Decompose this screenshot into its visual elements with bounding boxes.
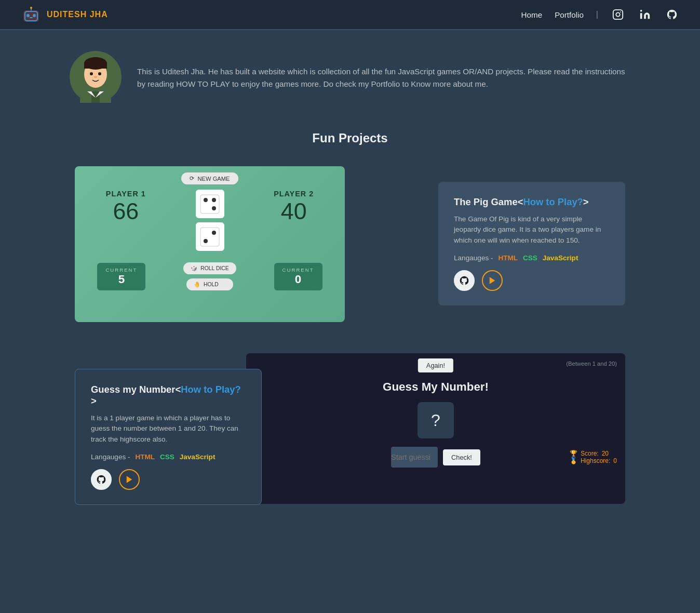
player2-current: CURRENT 0 [274, 263, 322, 290]
guess-game-card: Guess my Number<How to Play?> It is a 1 … [75, 353, 625, 505]
lang-js-2: JavaScript [180, 453, 216, 461]
guess-play-button[interactable] [119, 469, 140, 490]
svg-point-23 [204, 198, 208, 202]
hero-description: This is Uditesh Jha. He has built a webs… [137, 65, 630, 91]
guess-game-info: Guess my Number<How to Play?> It is a 1 … [75, 369, 262, 505]
pig-github-button[interactable] [454, 270, 475, 291]
svg-point-25 [212, 206, 216, 210]
player2: PLAYER 2 40 [274, 190, 314, 251]
svg-point-15 [90, 72, 93, 75]
guess-game-langs: Langauges - HTML CSS JavaScript [91, 453, 246, 461]
svg-point-17 [94, 76, 97, 78]
dice-2 [196, 222, 224, 251]
guess-game-title: Guess my Number<How to Play?> [91, 384, 246, 407]
pig-game-preview: ⟳ NEW GAME PLAYER 1 66 [75, 166, 345, 322]
projects-container: Fun Projects ⟳ NEW GAME PLAYER 1 66 [64, 131, 636, 505]
home-link[interactable]: Home [521, 10, 543, 19]
pig-game-description: The Game Of Pig is kind of a very simple… [454, 214, 610, 246]
dice-area [196, 190, 224, 251]
player2-score: 40 [274, 198, 314, 224]
svg-point-28 [212, 231, 216, 235]
guess-game-screenshot: Again! (Between 1 and 20) Guess My Numbe… [246, 353, 625, 504]
avatar-container [70, 51, 122, 105]
pig-play-button[interactable] [482, 270, 503, 291]
guess-number-display: ? [418, 402, 454, 438]
again-button[interactable]: Again! [418, 358, 453, 372]
svg-marker-30 [127, 476, 132, 483]
trophy-icon: 🏆 [570, 450, 577, 457]
guess-game-description: It is a 1 player game in which a player … [91, 413, 246, 445]
pig-bottom: CURRENT 5 🎲 ROLL DICE 🤚 HOLD [81, 262, 339, 290]
guess-github-button[interactable] [91, 469, 112, 490]
guess-game-preview: Again! (Between 1 and 20) Guess My Numbe… [246, 353, 625, 473]
svg-point-10 [640, 10, 642, 12]
svg-point-6 [30, 7, 32, 9]
guess-input[interactable] [391, 447, 438, 468]
svg-rect-19 [91, 91, 100, 103]
player1: PLAYER 1 66 [106, 190, 146, 251]
hero-section: This is Uditesh Jha. He has built a webs… [38, 30, 662, 126]
guess-title: Guess My Number! [254, 380, 617, 394]
player2-name: PLAYER 2 [274, 190, 314, 198]
nav-logo: UDITESH JHA [21, 4, 108, 25]
player1-score: 66 [106, 198, 146, 224]
new-game-button[interactable]: ⟳ NEW GAME [181, 172, 238, 184]
avatar [70, 51, 122, 103]
roll-dice-button[interactable]: 🎲 ROLL DICE [183, 262, 236, 274]
guess-game-links [91, 469, 246, 490]
svg-point-9 [620, 11, 621, 12]
github-icon[interactable] [665, 7, 679, 22]
pig-action-buttons: 🎲 ROLL DICE 🤚 HOLD [183, 262, 236, 290]
pig-game-links [454, 270, 610, 291]
nav-divider: | [596, 10, 598, 19]
svg-point-2 [26, 14, 30, 17]
nav-right: Home Portfolio | [521, 7, 679, 22]
svg-point-24 [212, 198, 216, 202]
guess-input-row: Check! [254, 447, 617, 468]
pig-game-title: The Pig Game<How to Play?> [454, 196, 610, 208]
pig-game-screenshot: ⟳ NEW GAME PLAYER 1 66 [75, 166, 345, 322]
guess-range: (Between 1 and 20) [566, 361, 617, 367]
navbar: UDITESH JHA Home Portfolio | [0, 0, 700, 29]
svg-rect-4 [30, 17, 33, 18]
svg-rect-14 [84, 63, 107, 69]
guess-stats: 🏆 Score: 20 🥇 Highscore: 0 [570, 450, 617, 464]
score-display: 🏆 Score: 20 [570, 450, 617, 457]
pig-how-to-play-link[interactable]: How to Play? [523, 196, 583, 207]
lang-css-2: CSS [160, 453, 174, 461]
player1-current: CURRENT 5 [97, 263, 145, 290]
highscore-display: 🥇 Highscore: 0 [570, 457, 617, 464]
svg-rect-26 [200, 228, 219, 246]
pig-game-card: ⟳ NEW GAME PLAYER 1 66 [75, 166, 625, 322]
lang-css: CSS [523, 254, 537, 262]
pig-players: PLAYER 1 66 [81, 190, 339, 251]
section-title: Fun Projects [75, 131, 625, 145]
svg-rect-22 [200, 195, 219, 214]
svg-point-8 [616, 12, 620, 16]
player1-name: PLAYER 1 [106, 190, 146, 198]
nav-brand: UDITESH JHA [47, 10, 108, 19]
hand-icon: 🤚 [194, 281, 200, 288]
svg-point-3 [33, 14, 36, 17]
linkedin-icon[interactable] [638, 7, 652, 22]
medal-icon: 🥇 [570, 457, 577, 464]
pig-game-langs: Langauges - HTML CSS JavaScript [454, 254, 610, 262]
svg-point-16 [98, 72, 101, 75]
svg-point-27 [204, 239, 208, 243]
lang-js: JavaScript [543, 254, 578, 262]
portfolio-link[interactable]: Portfolio [555, 10, 584, 19]
dice-icon: 🎲 [191, 265, 197, 272]
hold-button[interactable]: 🤚 HOLD [186, 278, 233, 290]
check-button[interactable]: Check! [443, 449, 480, 465]
guess-how-to-play-link[interactable]: How to Play? [181, 384, 240, 395]
refresh-icon: ⟳ [190, 175, 194, 182]
instagram-icon[interactable] [611, 7, 625, 22]
lang-html: HTML [498, 254, 518, 262]
logo-icon [21, 4, 42, 25]
svg-marker-29 [490, 277, 495, 284]
pig-game-info: The Pig Game<How to Play?> The Game Of P… [438, 182, 625, 305]
lang-html-2: HTML [135, 453, 155, 461]
svg-rect-7 [613, 10, 623, 19]
dice-1 [196, 190, 224, 218]
